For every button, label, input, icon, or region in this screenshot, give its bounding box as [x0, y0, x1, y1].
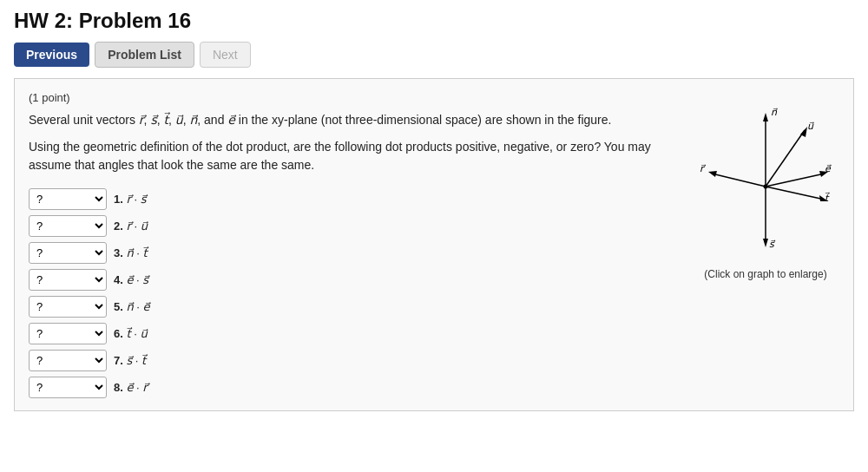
svg-marker-1 [763, 113, 768, 121]
questions-list: ? positive negative zero 1. r⃗ · s⃗ ? po… [29, 188, 683, 398]
svg-line-3 [766, 130, 805, 187]
vec-t: t⃗ [163, 113, 168, 127]
question-row-6: ? positive negative zero 6. t⃗ · u⃗ [29, 323, 683, 344]
svg-line-9 [766, 187, 825, 200]
previous-button[interactable]: Previous [14, 43, 89, 67]
question-label-5: 5. n⃗ · e⃗ [114, 300, 150, 313]
problem-text2: Using the geometric definition of the do… [29, 138, 683, 174]
graph-caption[interactable]: (Click on graph to enlarge) [704, 268, 826, 280]
select-1[interactable]: ? positive negative zero [29, 188, 107, 210]
question-label-1: 1. r⃗ · s⃗ [114, 193, 146, 206]
question-label-3: 3. n⃗ · t⃗ [114, 246, 148, 259]
svg-text:s⃗: s⃗ [769, 239, 776, 249]
problem-list-button[interactable]: Problem List [95, 42, 194, 68]
select-2[interactable]: ? positive negative zero [29, 215, 107, 237]
page-container: HW 2: Problem 16 Previous Problem List N… [0, 0, 868, 472]
svg-marker-16 [708, 171, 717, 177]
select-3[interactable]: ? positive negative zero [29, 242, 107, 264]
vec-e: e⃗ [227, 113, 235, 127]
graph-panel: n⃗ u⃗ e⃗ t⃗ s⃗ [692, 91, 839, 398]
svg-text:e⃗: e⃗ [825, 163, 832, 174]
vec-s: s⃗ [150, 113, 156, 127]
question-row-4: ? positive negative zero 4. e⃗ · s⃗ [29, 269, 683, 291]
question-row-7: ? positive negative zero 7. s⃗ · t⃗ [29, 350, 683, 371]
vec-n: n⃗ [189, 113, 197, 127]
problem-content: (1 point) Several unit vectors r⃗, s⃗, t… [29, 91, 683, 398]
select-6[interactable]: ? positive negative zero [29, 323, 107, 344]
svg-point-18 [764, 185, 768, 189]
select-5[interactable]: ? positive negative zero [29, 296, 107, 318]
question-row-5: ? positive negative zero 5. n⃗ · e⃗ [29, 296, 683, 318]
question-row-8: ? positive negative zero 8. e⃗ · r⃗ [29, 377, 683, 398]
svg-text:n⃗: n⃗ [771, 107, 778, 117]
question-label-7: 7. s⃗ · t⃗ [114, 354, 146, 367]
svg-line-6 [766, 174, 825, 187]
toolbar: Previous Problem List Next [14, 42, 854, 68]
problem-text1: Several unit vectors r⃗, s⃗, t⃗, u⃗, n⃗,… [29, 111, 683, 129]
svg-text:u⃗: u⃗ [807, 121, 814, 131]
svg-marker-13 [763, 239, 768, 247]
svg-line-15 [712, 174, 766, 187]
problem-box: (1 point) Several unit vectors r⃗, s⃗, t… [14, 78, 854, 411]
svg-text:t⃗: t⃗ [825, 192, 830, 203]
question-row-2: ? positive negative zero 2. r⃗ · u⃗ [29, 215, 683, 237]
vec-u: u⃗ [175, 113, 183, 127]
svg-text:r⃗: r⃗ [700, 163, 707, 174]
next-button: Next [200, 42, 251, 68]
problem-points: (1 point) [29, 91, 683, 104]
question-label-6: 6. t⃗ · u⃗ [114, 327, 148, 340]
question-label-2: 2. r⃗ · u⃗ [114, 220, 148, 233]
vec-r: r⃗ [139, 113, 144, 127]
select-4[interactable]: ? positive negative zero [29, 269, 107, 291]
question-row-3: ? positive negative zero 3. n⃗ · t⃗ [29, 242, 683, 264]
question-label-4: 4. e⃗ · s⃗ [114, 273, 148, 286]
graph-svg[interactable]: n⃗ u⃗ e⃗ t⃗ s⃗ [696, 91, 835, 265]
page-title: HW 2: Problem 16 [14, 9, 854, 33]
question-label-8: 8. e⃗ · r⃗ [114, 381, 148, 394]
question-row-1: ? positive negative zero 1. r⃗ · s⃗ [29, 188, 683, 210]
select-7[interactable]: ? positive negative zero [29, 350, 107, 371]
select-8[interactable]: ? positive negative zero [29, 377, 107, 398]
